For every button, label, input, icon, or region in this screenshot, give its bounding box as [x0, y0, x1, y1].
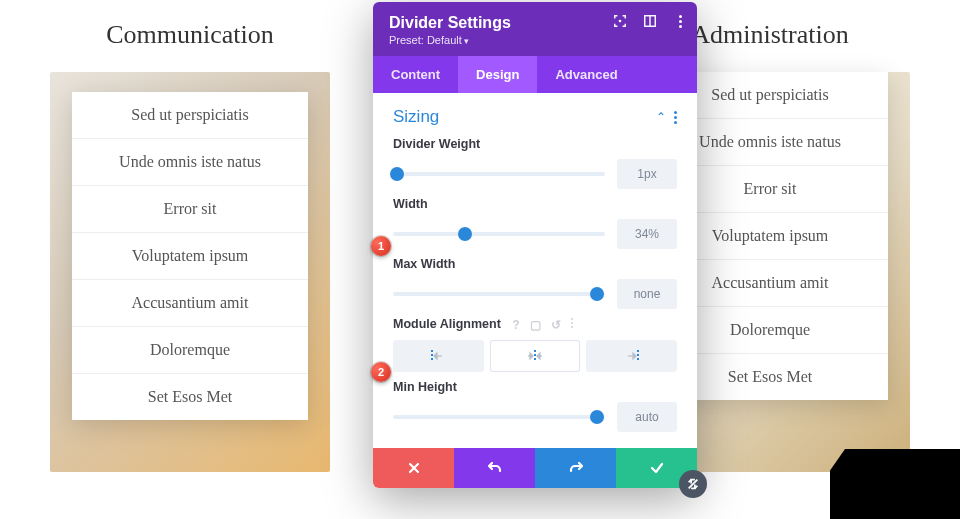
column-photo-left: Sed ut perspiciatis Unde omnis iste natu…	[50, 72, 330, 472]
svg-marker-8	[530, 353, 533, 359]
svg-marker-10	[537, 353, 540, 359]
slider-thumb[interactable]	[458, 227, 472, 241]
cancel-button[interactable]	[373, 448, 454, 488]
preset-dropdown[interactable]: Preset: Default	[389, 34, 681, 46]
tab-advanced[interactable]: Advanced	[537, 56, 635, 93]
resize-handle[interactable]	[679, 470, 707, 498]
list-item[interactable]: Accusantium amit	[72, 280, 308, 327]
responsive-icon[interactable]: ▢	[530, 318, 541, 332]
slider-min-height[interactable]	[393, 415, 605, 419]
field-kebab-icon[interactable]	[571, 318, 574, 332]
card-list-left: Sed ut perspiciatis Unde omnis iste natu…	[72, 92, 308, 420]
focus-icon[interactable]	[613, 14, 627, 28]
label-divider-weight: Divider Weight	[393, 137, 677, 151]
column-title-left: Communication	[50, 20, 330, 50]
slider-width[interactable]	[393, 232, 605, 236]
kebab-menu-icon[interactable]	[673, 14, 687, 28]
tab-content[interactable]: Content	[373, 56, 458, 93]
divider-settings-modal: Divider Settings Preset: Default Content…	[373, 2, 697, 488]
value-width[interactable]: 34%	[617, 219, 677, 249]
modal-tabs: Content Design Advanced	[373, 56, 697, 93]
reset-icon[interactable]: ↺	[551, 318, 561, 332]
label-module-alignment: Module Alignment ? ▢ ↺	[393, 317, 677, 332]
align-left-button[interactable]	[393, 340, 484, 372]
tab-design[interactable]: Design	[458, 56, 537, 93]
columns-icon[interactable]	[643, 14, 657, 28]
svg-marker-13	[633, 353, 636, 359]
list-item[interactable]: Set Esos Met	[72, 374, 308, 420]
list-item[interactable]: Unde omnis iste natus	[72, 139, 308, 186]
label-min-height: Min Height	[393, 380, 677, 394]
list-item[interactable]: Sed ut perspiciatis	[72, 92, 308, 139]
redo-button[interactable]	[535, 448, 616, 488]
slider-thumb[interactable]	[590, 410, 604, 424]
list-item[interactable]: Error sit	[72, 186, 308, 233]
label-module-alignment-text: Module Alignment	[393, 317, 501, 331]
svg-point-0	[619, 20, 622, 23]
align-center-button[interactable]	[490, 340, 581, 372]
undo-button[interactable]	[454, 448, 535, 488]
label-max-width: Max Width	[393, 257, 677, 271]
section-title-sizing[interactable]: Sizing	[393, 107, 439, 127]
value-min-height[interactable]: auto	[617, 402, 677, 432]
align-right-button[interactable]	[586, 340, 677, 372]
label-width: Width	[393, 197, 677, 211]
section-kebab-icon[interactable]	[674, 111, 677, 124]
list-item[interactable]: Doloremque	[72, 327, 308, 374]
value-divider-weight[interactable]: 1px	[617, 159, 677, 189]
annotation-badge-2: 2	[371, 362, 391, 382]
collapse-icon[interactable]: ⌃	[656, 110, 666, 124]
list-item[interactable]: Voluptatem ipsum	[72, 233, 308, 280]
annotation-badge-1: 1	[371, 236, 391, 256]
slider-divider-weight[interactable]	[393, 172, 605, 176]
value-max-width[interactable]: none	[617, 279, 677, 309]
slider-thumb[interactable]	[590, 287, 604, 301]
decorative-wedge	[830, 449, 960, 519]
modal-body: Sizing ⌃ Divider Weight 1px Width	[373, 93, 697, 448]
svg-marker-5	[434, 353, 437, 359]
modal-footer	[373, 448, 697, 488]
modal-header: Divider Settings Preset: Default	[373, 2, 697, 56]
help-icon[interactable]: ?	[512, 318, 519, 332]
slider-thumb[interactable]	[390, 167, 404, 181]
slider-max-width[interactable]	[393, 292, 605, 296]
column-communication: Communication Sed ut perspiciatis Unde o…	[50, 20, 330, 472]
